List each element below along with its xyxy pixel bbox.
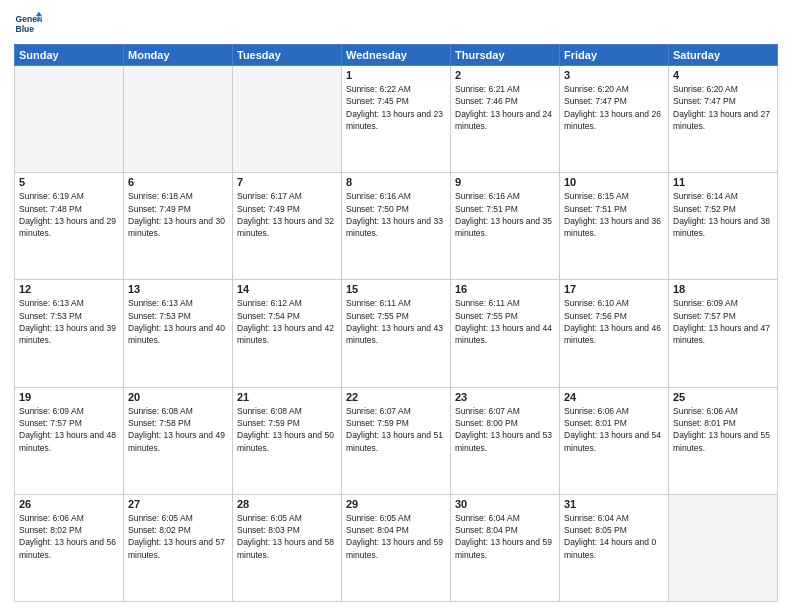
calendar-cell — [233, 66, 342, 173]
calendar-cell: 17Sunrise: 6:10 AMSunset: 7:56 PMDayligh… — [560, 280, 669, 387]
day-number: 16 — [455, 283, 555, 295]
day-detail: Sunrise: 6:08 AMSunset: 7:59 PMDaylight:… — [237, 405, 337, 454]
calendar-cell: 3Sunrise: 6:20 AMSunset: 7:47 PMDaylight… — [560, 66, 669, 173]
day-number: 11 — [673, 176, 773, 188]
calendar-header-row: SundayMondayTuesdayWednesdayThursdayFrid… — [15, 45, 778, 66]
calendar-cell: 11Sunrise: 6:14 AMSunset: 7:52 PMDayligh… — [669, 173, 778, 280]
day-number: 2 — [455, 69, 555, 81]
day-number: 10 — [564, 176, 664, 188]
calendar-cell: 13Sunrise: 6:13 AMSunset: 7:53 PMDayligh… — [124, 280, 233, 387]
day-number: 3 — [564, 69, 664, 81]
day-number: 24 — [564, 391, 664, 403]
day-detail: Sunrise: 6:16 AMSunset: 7:50 PMDaylight:… — [346, 190, 446, 239]
day-detail: Sunrise: 6:18 AMSunset: 7:49 PMDaylight:… — [128, 190, 228, 239]
day-detail: Sunrise: 6:17 AMSunset: 7:49 PMDaylight:… — [237, 190, 337, 239]
day-detail: Sunrise: 6:05 AMSunset: 8:04 PMDaylight:… — [346, 512, 446, 561]
day-number: 13 — [128, 283, 228, 295]
day-number: 4 — [673, 69, 773, 81]
day-number: 26 — [19, 498, 119, 510]
calendar-cell: 28Sunrise: 6:05 AMSunset: 8:03 PMDayligh… — [233, 494, 342, 601]
calendar-cell: 10Sunrise: 6:15 AMSunset: 7:51 PMDayligh… — [560, 173, 669, 280]
calendar-cell: 19Sunrise: 6:09 AMSunset: 7:57 PMDayligh… — [15, 387, 124, 494]
day-detail: Sunrise: 6:14 AMSunset: 7:52 PMDaylight:… — [673, 190, 773, 239]
day-of-week-header: Saturday — [669, 45, 778, 66]
day-detail: Sunrise: 6:09 AMSunset: 7:57 PMDaylight:… — [673, 297, 773, 346]
day-number: 30 — [455, 498, 555, 510]
day-detail: Sunrise: 6:21 AMSunset: 7:46 PMDaylight:… — [455, 83, 555, 132]
calendar-cell: 12Sunrise: 6:13 AMSunset: 7:53 PMDayligh… — [15, 280, 124, 387]
day-detail: Sunrise: 6:06 AMSunset: 8:01 PMDaylight:… — [564, 405, 664, 454]
day-of-week-header: Monday — [124, 45, 233, 66]
day-number: 15 — [346, 283, 446, 295]
calendar-cell — [669, 494, 778, 601]
day-number: 6 — [128, 176, 228, 188]
day-detail: Sunrise: 6:11 AMSunset: 7:55 PMDaylight:… — [455, 297, 555, 346]
day-number: 18 — [673, 283, 773, 295]
day-number: 14 — [237, 283, 337, 295]
day-number: 21 — [237, 391, 337, 403]
day-detail: Sunrise: 6:20 AMSunset: 7:47 PMDaylight:… — [564, 83, 664, 132]
calendar-cell: 7Sunrise: 6:17 AMSunset: 7:49 PMDaylight… — [233, 173, 342, 280]
day-of-week-header: Tuesday — [233, 45, 342, 66]
day-number: 17 — [564, 283, 664, 295]
day-number: 25 — [673, 391, 773, 403]
calendar-cell: 14Sunrise: 6:12 AMSunset: 7:54 PMDayligh… — [233, 280, 342, 387]
calendar-cell: 16Sunrise: 6:11 AMSunset: 7:55 PMDayligh… — [451, 280, 560, 387]
calendar-cell: 1Sunrise: 6:22 AMSunset: 7:45 PMDaylight… — [342, 66, 451, 173]
calendar-table: SundayMondayTuesdayWednesdayThursdayFrid… — [14, 44, 778, 602]
calendar-cell: 30Sunrise: 6:04 AMSunset: 8:04 PMDayligh… — [451, 494, 560, 601]
svg-text:Blue: Blue — [16, 24, 35, 34]
day-of-week-header: Wednesday — [342, 45, 451, 66]
calendar-cell: 5Sunrise: 6:19 AMSunset: 7:48 PMDaylight… — [15, 173, 124, 280]
day-number: 9 — [455, 176, 555, 188]
calendar-cell: 2Sunrise: 6:21 AMSunset: 7:46 PMDaylight… — [451, 66, 560, 173]
day-detail: Sunrise: 6:06 AMSunset: 8:02 PMDaylight:… — [19, 512, 119, 561]
day-detail: Sunrise: 6:04 AMSunset: 8:04 PMDaylight:… — [455, 512, 555, 561]
page: General Blue SundayMondayTuesdayWednesda… — [0, 0, 792, 612]
day-number: 20 — [128, 391, 228, 403]
day-number: 19 — [19, 391, 119, 403]
day-of-week-header: Friday — [560, 45, 669, 66]
calendar-cell: 26Sunrise: 6:06 AMSunset: 8:02 PMDayligh… — [15, 494, 124, 601]
day-detail: Sunrise: 6:04 AMSunset: 8:05 PMDaylight:… — [564, 512, 664, 561]
calendar-cell: 15Sunrise: 6:11 AMSunset: 7:55 PMDayligh… — [342, 280, 451, 387]
calendar-cell: 6Sunrise: 6:18 AMSunset: 7:49 PMDaylight… — [124, 173, 233, 280]
day-detail: Sunrise: 6:08 AMSunset: 7:58 PMDaylight:… — [128, 405, 228, 454]
day-detail: Sunrise: 6:05 AMSunset: 8:02 PMDaylight:… — [128, 512, 228, 561]
day-detail: Sunrise: 6:12 AMSunset: 7:54 PMDaylight:… — [237, 297, 337, 346]
calendar-cell: 4Sunrise: 6:20 AMSunset: 7:47 PMDaylight… — [669, 66, 778, 173]
day-detail: Sunrise: 6:07 AMSunset: 7:59 PMDaylight:… — [346, 405, 446, 454]
day-detail: Sunrise: 6:13 AMSunset: 7:53 PMDaylight:… — [19, 297, 119, 346]
day-detail: Sunrise: 6:22 AMSunset: 7:45 PMDaylight:… — [346, 83, 446, 132]
calendar-cell — [124, 66, 233, 173]
day-number: 5 — [19, 176, 119, 188]
calendar-cell: 21Sunrise: 6:08 AMSunset: 7:59 PMDayligh… — [233, 387, 342, 494]
day-number: 7 — [237, 176, 337, 188]
calendar-cell: 8Sunrise: 6:16 AMSunset: 7:50 PMDaylight… — [342, 173, 451, 280]
day-detail: Sunrise: 6:11 AMSunset: 7:55 PMDaylight:… — [346, 297, 446, 346]
calendar-cell: 22Sunrise: 6:07 AMSunset: 7:59 PMDayligh… — [342, 387, 451, 494]
calendar-cell: 27Sunrise: 6:05 AMSunset: 8:02 PMDayligh… — [124, 494, 233, 601]
day-number: 8 — [346, 176, 446, 188]
day-detail: Sunrise: 6:15 AMSunset: 7:51 PMDaylight:… — [564, 190, 664, 239]
day-number: 12 — [19, 283, 119, 295]
day-detail: Sunrise: 6:09 AMSunset: 7:57 PMDaylight:… — [19, 405, 119, 454]
day-number: 22 — [346, 391, 446, 403]
calendar-cell: 25Sunrise: 6:06 AMSunset: 8:01 PMDayligh… — [669, 387, 778, 494]
day-detail: Sunrise: 6:20 AMSunset: 7:47 PMDaylight:… — [673, 83, 773, 132]
day-number: 31 — [564, 498, 664, 510]
calendar-cell: 20Sunrise: 6:08 AMSunset: 7:58 PMDayligh… — [124, 387, 233, 494]
calendar-week-row: 26Sunrise: 6:06 AMSunset: 8:02 PMDayligh… — [15, 494, 778, 601]
calendar-week-row: 19Sunrise: 6:09 AMSunset: 7:57 PMDayligh… — [15, 387, 778, 494]
logo: General Blue — [14, 10, 42, 38]
day-number: 1 — [346, 69, 446, 81]
day-detail: Sunrise: 6:10 AMSunset: 7:56 PMDaylight:… — [564, 297, 664, 346]
day-number: 23 — [455, 391, 555, 403]
calendar-cell: 29Sunrise: 6:05 AMSunset: 8:04 PMDayligh… — [342, 494, 451, 601]
calendar-week-row: 12Sunrise: 6:13 AMSunset: 7:53 PMDayligh… — [15, 280, 778, 387]
calendar-week-row: 1Sunrise: 6:22 AMSunset: 7:45 PMDaylight… — [15, 66, 778, 173]
day-number: 29 — [346, 498, 446, 510]
day-of-week-header: Sunday — [15, 45, 124, 66]
day-detail: Sunrise: 6:16 AMSunset: 7:51 PMDaylight:… — [455, 190, 555, 239]
calendar-cell: 31Sunrise: 6:04 AMSunset: 8:05 PMDayligh… — [560, 494, 669, 601]
